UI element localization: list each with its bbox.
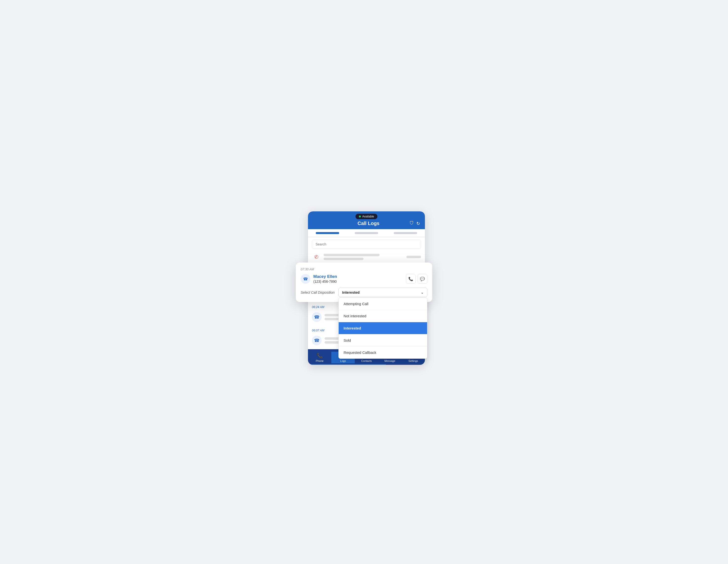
dropdown-item-sold[interactable]: Sold [339,334,427,346]
phone-nav-icon: 📞 [317,352,323,358]
contact-name: Macey Ellen [313,274,337,279]
disposition-trigger[interactable]: Interested ⌄ [338,287,427,297]
tab-1[interactable] [308,229,347,237]
app-header: Available Call Logs ⛉ ↻ [308,212,425,229]
call-icon-2: ☎ [312,312,322,322]
message-nav-label: Message [384,359,395,362]
nav-phone[interactable]: 📞 Phone [308,352,331,363]
chevron-down-icon: ⌄ [421,290,424,294]
missed-call-item: ✆ [308,251,425,263]
expanded-contact-row: ☎ Macey Ellen (123) 456-7890 📞 💬 [301,274,427,284]
call-info-placeholder [324,254,403,260]
expanded-contact-details: Macey Ellen (123) 456-7890 [313,274,337,283]
tab-3-bar [394,232,417,234]
call-icon-3-symbol: ☎ [314,338,319,343]
tab-2[interactable] [347,229,386,237]
filter-icon[interactable]: ⛉ [410,221,414,226]
expanded-contact-info: ☎ Macey Ellen (123) 456-7890 [301,274,337,284]
header-row: Call Logs ⛉ ↻ [313,221,420,229]
placeholder-name [324,254,380,256]
tabs-bar [308,229,425,237]
dropdown-item-requested-callback[interactable]: Requested Callback [339,346,427,358]
placeholder-phone [324,258,364,260]
dropdown-menu: Attempting Call Not interested Intereste… [338,297,427,359]
status-bar: Available [313,214,420,219]
search-container [308,237,425,251]
contacts-nav-label: Contacts [361,359,372,362]
action-icons: 📞 💬 [406,274,427,284]
disposition-row: Select Call Disposition Interested ⌄ Att… [301,287,427,297]
call-icon-2-symbol: ☎ [314,314,319,320]
expanded-card: 07:30 AM ☎ Macey Ellen (123) 456-7890 📞 … [296,263,432,302]
disposition-select: Interested ⌄ Attempting Call Not interes… [338,287,427,297]
phone-nav-label: Phone [316,359,324,362]
expanded-time: 07:30 AM [301,268,427,271]
header-title: Call Logs [327,221,410,226]
refresh-icon[interactable]: ↻ [416,221,420,226]
settings-nav-label: Settings [408,359,418,362]
status-pill: Available [355,214,377,219]
tab-1-bar [316,232,339,234]
tab-3[interactable] [386,229,425,237]
status-text: Available [362,215,374,218]
missed-call-icon: ✆ [312,254,321,260]
contact-phone: (123) 456-7890 [313,280,337,283]
call-transfer-icon: ☎ [303,277,308,281]
logs-nav-label: Logs [340,359,346,362]
call-time-placeholder [406,256,421,258]
dropdown-item-interested[interactable]: Interested [339,322,427,334]
tab-2-bar [355,232,378,234]
selected-option-text: Interested [342,290,360,294]
expanded-call-icon: ☎ [301,274,310,284]
disposition-label: Select Call Disposition [301,290,335,294]
dropdown-item-attempting-call[interactable]: Attempting Call [339,298,427,310]
call-action-btn[interactable]: 📞 [406,274,416,284]
dropdown-item-not-interested[interactable]: Not interested [339,310,427,322]
status-dot [359,216,361,218]
message-action-btn[interactable]: 💬 [418,274,427,284]
scene: Available Call Logs ⛉ ↻ [303,212,425,352]
header-icons: ⛉ ↻ [410,221,420,226]
call-icon-3: ☎ [312,335,322,345]
search-input[interactable] [312,240,421,249]
